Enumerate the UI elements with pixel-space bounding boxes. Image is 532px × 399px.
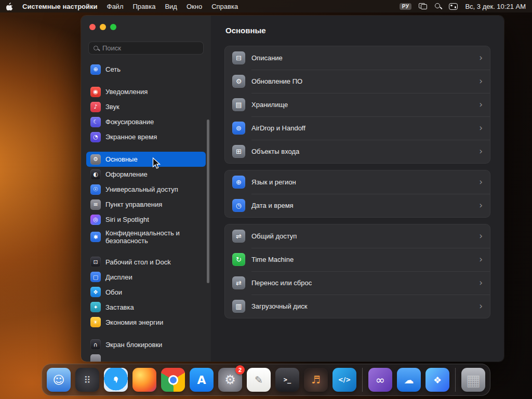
settings-row-transfer-reset[interactable]: ⇄Перенос или сброс› <box>225 271 490 295</box>
firefox-icon <box>132 368 156 392</box>
displays-icon: ▢ <box>90 272 101 282</box>
dock-trash[interactable]: ▦ <box>461 368 485 392</box>
trash-icon: ▦ <box>461 368 485 392</box>
settings-row-time-machine[interactable]: ↻Time Machine› <box>225 248 490 271</box>
accessibility-icon: ☉ <box>90 184 101 195</box>
weather-glyph: ☁ <box>404 374 414 385</box>
menu-bar-clock[interactable]: Вс, 3 дек. 10:21 AM <box>465 3 526 10</box>
settings-row-label: Объекты входа <box>251 148 299 155</box>
privacy-security-icon: ✱ <box>90 232 101 242</box>
dock-chrome[interactable] <box>161 368 185 392</box>
visual-studio-glyph: ∞ <box>376 374 385 387</box>
settings-row-label: Язык и регион <box>251 178 296 186</box>
sidebar-item-label: Уведомления <box>105 88 148 96</box>
dock: ☺⠿➤A⚙2✎>_♬</>∞☁❖▦ <box>42 364 490 396</box>
sidebar-item-label: Оформление <box>105 170 148 178</box>
dock-weather[interactable]: ☁ <box>397 368 421 392</box>
sidebar-item-sound[interactable]: ♪Звук <box>86 99 206 114</box>
dock-app-store[interactable]: A <box>190 368 214 392</box>
sidebar-item-notifications[interactable]: ◉Уведомления <box>86 84 206 99</box>
chevron-right-icon: › <box>479 147 483 156</box>
about-icon: ⊟ <box>232 51 245 64</box>
sidebar-item-screen-time[interactable]: ◔Экранное время <box>86 129 206 144</box>
sidebar-item-siri-spotlight[interactable]: ◎Siri и Spotlight <box>86 212 206 227</box>
general-icon: ⚙ <box>90 154 101 165</box>
menubar-menu-3[interactable]: Окно <box>187 3 202 10</box>
chevron-right-icon: › <box>479 77 483 86</box>
menubar-menu-4[interactable]: Справка <box>211 3 238 10</box>
settings-row-startup-disk[interactable]: ▥Загрузочный диск› <box>225 295 490 318</box>
dock-finder[interactable]: ☺ <box>47 368 71 392</box>
search-icon <box>93 45 99 51</box>
search-field[interactable] <box>88 42 204 55</box>
sidebar-item-network[interactable]: ⊕Сеть <box>86 62 206 77</box>
sidebar-item-lock-screen[interactable]: ∩Экран блокировки <box>86 337 206 352</box>
minimize-button[interactable] <box>100 24 106 30</box>
sidebar-item-energy[interactable]: ☀Экономия энергии <box>86 315 206 330</box>
settings-group: ⇌Общий доступ›↻Time Machine›⇄Перенос или… <box>224 224 490 318</box>
dock-visual-studio[interactable]: ∞ <box>368 368 392 392</box>
close-button[interactable] <box>89 24 96 30</box>
sidebar-item-appearance[interactable]: ◐Оформление <box>86 167 206 182</box>
vscode-glyph: </> <box>338 376 351 383</box>
settings-row-about[interactable]: ⊟Описание› <box>225 46 490 70</box>
dock-textedit[interactable]: ✎ <box>247 368 271 392</box>
dock-safari[interactable]: ➤ <box>104 368 128 392</box>
settings-row-date-time[interactable]: ◷Дата и время› <box>225 194 490 217</box>
settings-row-language-region[interactable]: ⊕Язык и регион› <box>225 170 490 194</box>
dock-terminal[interactable]: >_ <box>275 368 299 392</box>
sound-icon: ♪ <box>90 102 101 112</box>
settings-row-airdrop-handoff[interactable]: ⊚AirDrop и Handoff› <box>225 116 490 140</box>
dock-garageband[interactable]: ♬ <box>304 368 328 392</box>
control-center-icon: ≡ <box>90 200 101 210</box>
visual-studio-icon: ∞ <box>368 368 392 392</box>
sidebar-item-privacy-security[interactable]: ✱Конфиденциальность и безопасность <box>86 227 206 247</box>
sidebar-item-accessibility[interactable]: ☉Универсальный доступ <box>86 182 206 197</box>
apple-menu-icon[interactable] <box>6 3 13 10</box>
sharing-icon: ⇌ <box>232 230 245 243</box>
settings-row-sharing[interactable]: ⇌Общий доступ› <box>225 224 490 248</box>
sidebar-group: ∩Экран блокировки <box>86 337 206 362</box>
sidebar-item-control-center[interactable]: ≡Пункт управления <box>86 197 206 212</box>
screen-mirroring-icon[interactable] <box>419 3 427 9</box>
sidebar-item-screen-saver[interactable]: ✦Заставка <box>86 300 206 315</box>
sidebar-item-general[interactable]: ⚙Основные <box>86 152 206 167</box>
dock-system-settings[interactable]: ⚙2 <box>218 368 242 392</box>
sidebar-item-focus[interactable]: ☾Фокусирование <box>86 114 206 129</box>
sidebar-item-label: Универсальный доступ <box>105 185 178 193</box>
spotlight-icon[interactable] <box>434 3 442 10</box>
sidebar-item-desktop-dock[interactable]: ⊡Рабочий стол и Dock <box>86 255 206 270</box>
settings-group: ⊟Описание›⚙Обновление ПО›▤Хранилище›⊚Air… <box>224 46 490 164</box>
sidebar-item-displays[interactable]: ▢Дисплеи <box>86 270 206 285</box>
sidebar-item-partial[interactable] <box>86 352 206 362</box>
partial-icon <box>90 354 101 362</box>
time-machine-icon: ↻ <box>232 253 245 266</box>
dock-firefox[interactable] <box>132 368 156 392</box>
input-source-badge[interactable]: РУ <box>400 3 412 10</box>
chevron-right-icon: › <box>479 100 483 109</box>
settings-row-login-items[interactable]: ⊞Объекты входа› <box>225 140 490 163</box>
dock-shortcuts[interactable]: ❖ <box>425 368 449 392</box>
sidebar-item-wallpaper[interactable]: ❖Обои <box>86 285 206 300</box>
menubar-menu-2[interactable]: Вид <box>165 3 177 10</box>
vscode-icon: </> <box>332 368 356 392</box>
chevron-right-icon: › <box>479 302 483 311</box>
weather-icon: ☁ <box>397 368 421 392</box>
chrome-glyph <box>168 375 178 385</box>
control-center-icon[interactable] <box>449 3 458 10</box>
app-menu-title[interactable]: Системные настройки <box>22 3 98 10</box>
search-input[interactable] <box>102 44 199 52</box>
sidebar-scrollbar[interactable] <box>207 119 209 283</box>
settings-groups: ⊟Описание›⚙Обновление ПО›▤Хранилище›⊚Air… <box>211 45 504 335</box>
settings-row-software-update[interactable]: ⚙Обновление ПО› <box>225 70 490 93</box>
menubar-menu-1[interactable]: Правка <box>132 3 155 10</box>
sidebar-group: ⊡Рабочий стол и Dock▢Дисплеи❖Обои✦Застав… <box>86 255 206 330</box>
chevron-right-icon: › <box>479 201 483 210</box>
desktop-dock-icon: ⊡ <box>90 257 101 267</box>
dock-vscode[interactable]: </> <box>332 368 356 392</box>
settings-row-storage[interactable]: ▤Хранилище› <box>225 93 490 116</box>
dock-launchpad[interactable]: ⠿ <box>75 368 99 392</box>
zoom-button[interactable] <box>110 24 116 30</box>
settings-row-label: Обновление ПО <box>251 77 302 85</box>
menubar-menu-0[interactable]: Файл <box>107 3 124 10</box>
